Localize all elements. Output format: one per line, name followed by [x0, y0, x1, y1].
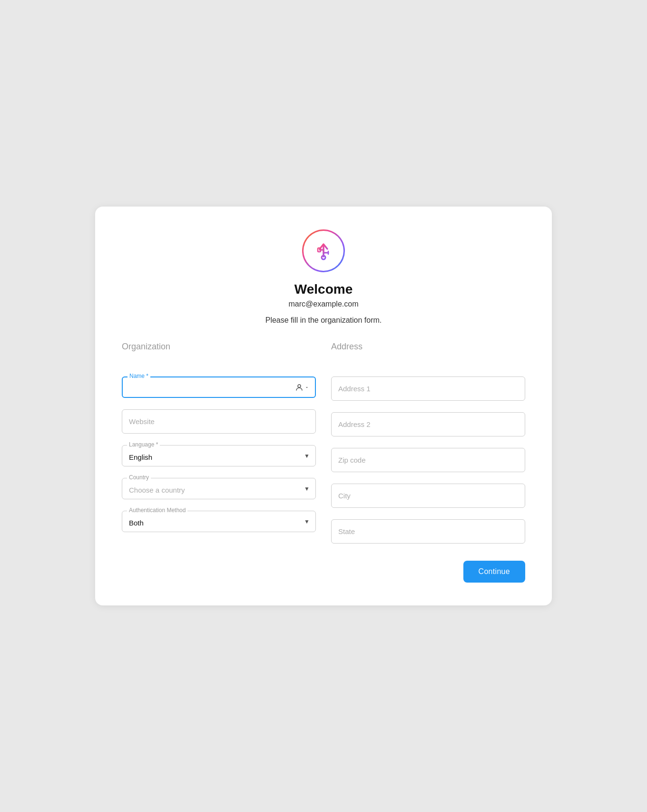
website-field-wrapper — [122, 409, 316, 434]
address-column-title: Address — [331, 342, 525, 352]
language-field-wrapper: Language * English ▼ English French Germ… — [122, 445, 316, 466]
footer-row: Continue — [122, 561, 525, 583]
svg-point-1 — [322, 256, 325, 259]
language-select-container[interactable]: Language * English ▼ English French Germ… — [122, 445, 316, 466]
zipcode-input[interactable] — [331, 448, 525, 472]
welcome-title: Welcome — [294, 282, 353, 297]
state-field-wrapper — [331, 519, 525, 544]
auth-field-wrapper: Authentication Method Both ▼ Both Email … — [122, 511, 316, 532]
address2-field-wrapper — [331, 412, 525, 436]
header: Welcome marc@example.com Please fill in … — [122, 229, 525, 325]
country-select-container[interactable]: Country Choose a country ▼ Choose a coun… — [122, 478, 316, 499]
address1-field-wrapper — [331, 376, 525, 401]
city-field-wrapper — [331, 484, 525, 508]
address2-input[interactable] — [331, 412, 525, 436]
continue-button[interactable]: Continue — [463, 561, 525, 583]
org-fields: Name * Language * — [122, 376, 316, 545]
name-input-container[interactable]: Name * — [122, 376, 316, 398]
form-subtitle: Please fill in the organization form. — [265, 316, 382, 325]
form-section: Name * Language * — [122, 376, 525, 545]
user-email: marc@example.com — [289, 300, 359, 308]
country-field-wrapper: Country Choose a country ▼ Choose a coun… — [122, 478, 316, 499]
name-field-wrapper: Name * — [122, 376, 316, 398]
zipcode-field-wrapper — [331, 448, 525, 472]
svg-point-6 — [298, 385, 301, 387]
city-input[interactable] — [331, 484, 525, 508]
address-fields — [331, 376, 525, 545]
name-label: Name * — [127, 373, 150, 379]
name-input[interactable] — [128, 381, 309, 393]
auth-select-container[interactable]: Authentication Method Both ▼ Both Email … — [122, 511, 316, 532]
org-column-title: Organization — [122, 342, 316, 352]
state-input[interactable] — [331, 519, 525, 544]
address1-input[interactable] — [331, 376, 525, 401]
website-input[interactable] — [122, 409, 316, 434]
main-card: Welcome marc@example.com Please fill in … — [95, 207, 552, 605]
account-icon[interactable] — [295, 383, 309, 392]
app-logo — [302, 229, 345, 272]
